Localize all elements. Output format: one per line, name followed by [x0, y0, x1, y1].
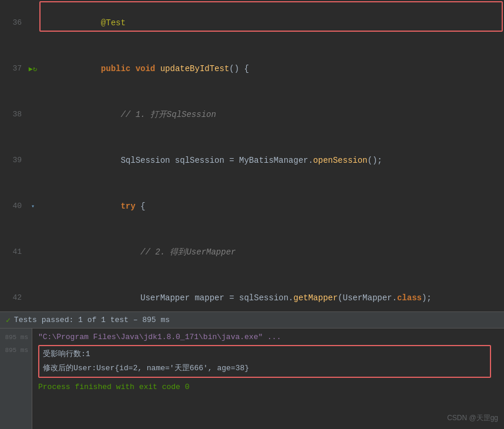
result-line-1: 受影响行数:1 [43, 347, 486, 361]
time-label-1: 895 ms [0, 331, 28, 344]
code-line: try { [39, 183, 504, 229]
line-number: 42 [0, 275, 26, 311]
table-row: 39 SqlSession sqlSession = MyBatisManage… [0, 138, 504, 183]
code-editor: 36 @Test 37 ▶↻ public void updateByIdTes… [0, 0, 504, 311]
result-box: 受影响行数:1 修改后的User:User{id=2, name='天罡666'… [38, 345, 491, 378]
java-exe-text: "C:\Program Files\Java\jdk1.8.0_171\bin\… [38, 333, 281, 341]
table-row: 38 // 1. 打开SqlSession [0, 92, 504, 138]
gutter: ▾ [26, 183, 39, 229]
gutter [26, 138, 39, 183]
table-row: 40 ▾ try { [0, 183, 504, 229]
table-row: 37 ▶↻ public void updateByIdTest() { [0, 46, 504, 92]
fold-arrow[interactable]: ▾ [31, 203, 35, 210]
gutter [26, 229, 39, 275]
method-name: updateByIdTest [160, 64, 230, 73]
java-exe-line: "C:\Program Files\Java\jdk1.8.0_171\bin\… [38, 331, 498, 344]
comment: // 1. 打开SqlSession [120, 110, 216, 119]
table-row: 41 // 2. 得到UserMapper [0, 229, 504, 275]
gutter[interactable]: ▶↻ [26, 46, 39, 92]
output-content: "C:\Program Files\Java\jdk1.8.0_171\bin\… [32, 329, 504, 429]
gutter [26, 92, 39, 138]
table-row: 36 @Test [0, 0, 504, 46]
line-number: 39 [0, 138, 26, 183]
line-number: 37 [0, 46, 26, 92]
code-line: @Test [39, 0, 504, 46]
annotation-token: @Test [101, 18, 126, 28]
keyword-public: public [101, 64, 130, 73]
watermark: CSDN @天罡gg [447, 413, 498, 423]
line-number: 40 [0, 183, 26, 229]
line-number: 38 [0, 92, 26, 138]
process-line: Process finished with exit code 0 [38, 383, 498, 391]
test-passed-icon: ✓ [6, 316, 11, 325]
line-number: 36 [0, 0, 26, 46]
output-area: 895 ms 895 ms "C:\Program Files\Java\jdk… [0, 329, 504, 429]
line-number: 41 [0, 229, 26, 275]
code-line: UserMapper mapper = sqlSession.getMapper… [39, 275, 504, 311]
bottom-panel: ✓ Tests passed: 1 of 1 test – 895 ms 895… [0, 311, 504, 429]
time-label-2: 895 ms [0, 344, 28, 357]
test-status-bar: ✓ Tests passed: 1 of 1 test – 895 ms [0, 312, 504, 329]
table-row: 42 UserMapper mapper = sqlSession.getMap… [0, 275, 504, 311]
code-line: SqlSession sqlSession = MyBatisManager.o… [39, 138, 504, 183]
gutter [26, 0, 39, 46]
run-icon[interactable]: ▶↻ [29, 65, 37, 73]
code-line: // 2. 得到UserMapper [39, 229, 504, 275]
result-line-2: 修改后的User:User{id=2, name='天罡666', age=38… [43, 361, 486, 376]
gutter [26, 275, 39, 311]
code-line: // 1. 打开SqlSession [39, 92, 504, 138]
code-line: public void updateByIdTest() { [39, 46, 504, 92]
test-status-text: Tests passed: 1 of 1 test – 895 ms [14, 316, 170, 324]
time-column: 895 ms 895 ms [0, 329, 32, 429]
keyword-void: void [136, 64, 156, 73]
